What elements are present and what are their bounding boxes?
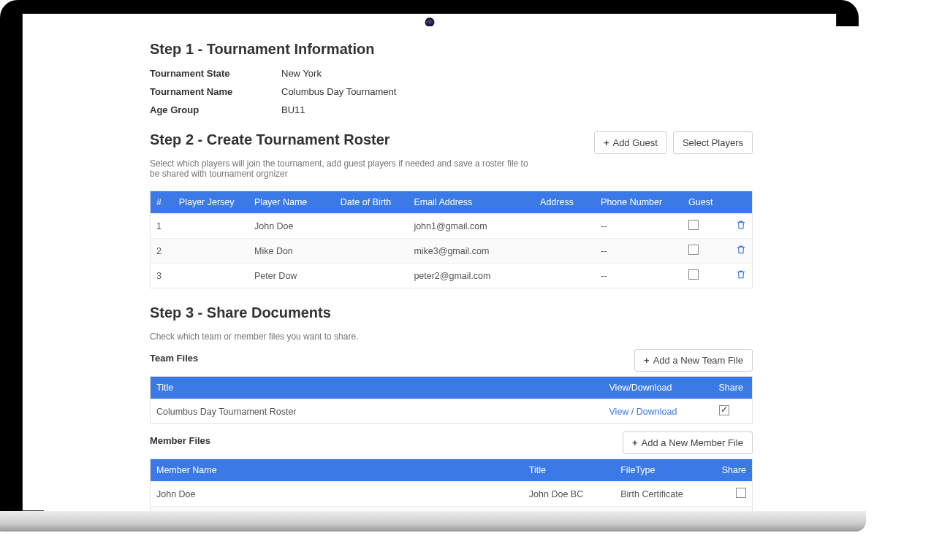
select-players-button[interactable]: Select Players [673,131,753,154]
cell-dob [335,239,408,264]
col-num: # [151,191,173,214]
cell-email: peter2@gmail.com [408,264,534,288]
step3-subtext: Check which team or member files you wan… [150,331,530,342]
cell-num: 2 [151,239,173,264]
info-label: Tournament State [150,68,281,79]
col-tf-title: Title [151,377,604,399]
select-players-label: Select Players [683,137,743,148]
cell-actions [730,214,753,239]
info-value: BU11 [281,104,305,115]
view-download-link[interactable]: View / Download [609,407,677,417]
cell-name: John Doe [248,214,335,239]
col-actions [730,191,753,214]
laptop-base [0,511,866,532]
table-row: 1John Doejohn1@gmail.com-- [151,214,753,239]
share-checkbox[interactable] [719,405,729,415]
cell-name: Mike Don [248,239,335,264]
share-checkbox[interactable] [736,488,746,498]
step3-title: Step 3 - Share Documents [150,304,753,321]
col-mf-type: FileType [615,459,715,482]
laptop-bezel: Step 1 - Tournament Information Tourname… [0,0,859,511]
cell-mf-share [716,482,753,507]
cell-guest [683,239,730,264]
trash-icon[interactable] [736,245,746,255]
cell-phone: -- [595,214,683,239]
guest-checkbox[interactable] [688,269,699,280]
cell-guest [683,264,730,288]
cell-mf-name: John Doe [151,482,523,507]
info-row: Tournament NameColumbus Day Tournament [150,86,753,97]
cell-address [534,239,595,264]
add-guest-label: Add Guest [612,137,657,148]
table-row: 3Peter Dowpeter2@gmail.com-- [151,264,753,288]
add-team-file-button[interactable]: + Add a New Team File [634,349,753,372]
cell-guest [683,214,730,239]
cell-num: 3 [151,264,173,288]
col-address: Address [534,191,595,214]
cell-actions [730,264,753,288]
cell-phone: -- [595,264,683,288]
info-row: Age GroupBU11 [150,104,753,115]
col-mf-share: Share [716,459,753,482]
col-name: Player Name [248,191,335,214]
add-guest-button[interactable]: + Add Guest [594,131,667,154]
cell-jersey [173,214,248,239]
info-label: Tournament Name [150,86,281,97]
plus-icon: + [644,355,650,366]
cell-num: 1 [151,214,173,239]
screen: Step 1 - Tournament Information Tourname… [44,26,859,523]
cell-name: Peter Dow [248,264,335,288]
col-jersey: Player Jersey [173,191,248,214]
table-row: Columbus Day Tournament RosterView / Dow… [151,399,753,424]
plus-icon: + [632,437,638,448]
step2-title: Step 2 - Create Tournament Roster [150,131,594,148]
table-row: 2Mike Donmike3@gmail.com-- [151,239,753,264]
plus-icon: + [604,137,609,148]
cell-dob [335,264,408,288]
trash-icon[interactable] [736,269,746,280]
cell-mf-type: Birth Certificate [615,482,715,507]
col-mf-title: Title [523,459,615,482]
cell-address [534,214,595,239]
cell-email: john1@gmail.com [408,214,534,239]
member-files-label: Member Files [150,435,210,446]
step1-title: Step 1 - Tournament Information [150,41,753,58]
cell-tf-title: Columbus Day Tournament Roster [151,399,604,424]
cell-tf-share [713,399,753,424]
info-label: Age Group [150,104,281,115]
cell-phone: -- [595,239,683,264]
add-member-file-button[interactable]: + Add a New Member File [623,431,753,454]
cell-jersey [173,264,248,288]
info-row: Tournament StateNew York [150,68,753,79]
cell-jersey [173,239,248,264]
cell-address [534,264,595,288]
guest-checkbox[interactable] [688,245,699,255]
cell-actions [730,239,753,264]
add-team-file-label: Add a New Team File [653,355,743,366]
guest-checkbox[interactable] [688,220,699,230]
team-files-table: Title View/Download Share Columbus Day T… [150,376,753,424]
col-dob: Date of Birth [335,191,408,214]
col-tf-vd: View/Download [604,377,713,399]
team-files-label: Team Files [150,353,198,364]
step2-subtext: Select which players will join the tourn… [150,158,530,179]
table-row: John DoeJohn Doe BCBirth Certificate [151,482,753,507]
col-phone: Phone Number [595,191,683,214]
add-member-file-label: Add a New Member File [642,437,743,448]
cell-mf-title: John Doe BC [523,482,615,507]
col-tf-share: Share [713,377,753,399]
col-mf-name: Member Name [151,459,523,482]
cell-dob [335,214,408,239]
trash-icon[interactable] [736,220,746,230]
info-value: Columbus Day Tournament [281,86,396,97]
col-email: Email Address [408,191,534,214]
cell-email: mike3@gmail.com [408,239,534,264]
col-guest: Guest [683,191,730,214]
cell-tf-vd: View / Download [604,399,713,424]
roster-table: # Player Jersey Player Name Date of Birt… [150,191,753,288]
info-value: New York [281,68,322,79]
